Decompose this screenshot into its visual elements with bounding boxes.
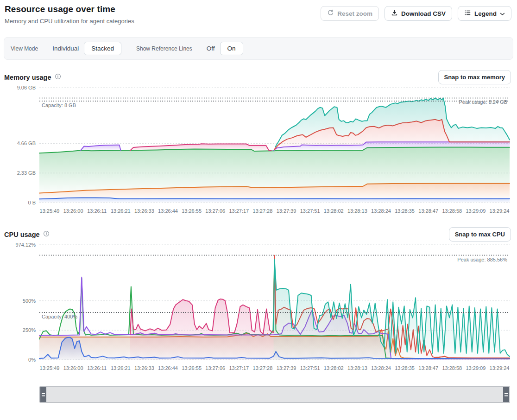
chevron-down-icon — [500, 10, 505, 17]
svg-text:13:26:00: 13:26:00 — [63, 365, 83, 371]
svg-text:13:25:49: 13:25:49 — [40, 208, 60, 214]
memory-section-title: Memory usage — [4, 74, 51, 81]
svg-text:0 B: 0 B — [28, 200, 36, 205]
page-header: Resource usage over time Memory and CPU … — [0, 0, 517, 25]
svg-text:13:27:39: 13:27:39 — [277, 208, 296, 214]
page-title: Resource usage over time — [5, 4, 134, 14]
brush-handle-left[interactable] — [40, 387, 46, 402]
svg-text:13:26:11: 13:26:11 — [87, 365, 107, 371]
svg-text:13:25:49: 13:25:49 — [40, 365, 60, 371]
svg-text:13:28:02: 13:28:02 — [324, 365, 344, 371]
svg-text:Peak usage: 8.24 GB: Peak usage: 8.24 GB — [459, 99, 507, 105]
svg-text:974.12%: 974.12% — [16, 242, 36, 248]
legend-button[interactable]: Legend — [458, 6, 511, 21]
svg-text:13:26:33: 13:26:33 — [134, 208, 154, 214]
svg-text:Peak usage: 885.56%: Peak usage: 885.56% — [457, 257, 507, 262]
svg-text:13:26:00: 13:26:00 — [63, 208, 83, 214]
cpu-chart[interactable]: 974.12%500%250%0%Capacity: 400%Peak usag… — [0, 242, 517, 372]
reference-lines-label: Show Reference Lines — [136, 45, 192, 52]
page-subtitle: Memory and CPU utilization for agent cat… — [5, 18, 134, 25]
info-icon[interactable] — [43, 230, 50, 239]
memory-chart[interactable]: 9.06 GB4.66 GB2.33 GB0 BCapacity: 8 GBPe… — [0, 84, 517, 215]
svg-text:13:29:24: 13:29:24 — [490, 208, 510, 214]
cpu-section-title: CPU usage — [4, 231, 40, 238]
brush-grip — [504, 395, 508, 396]
svg-text:13:28:13: 13:28:13 — [347, 208, 367, 214]
svg-text:13:26:55: 13:26:55 — [182, 365, 202, 371]
svg-text:13:27:51: 13:27:51 — [300, 365, 320, 371]
snap-to-max-cpu-button[interactable]: Snap to max CPU — [449, 227, 511, 242]
legend-list-icon — [464, 9, 471, 18]
svg-text:13:28:13: 13:28:13 — [347, 365, 367, 371]
svg-text:13:27:06: 13:27:06 — [205, 365, 225, 371]
view-mode-individual-option[interactable]: Individual — [47, 42, 84, 55]
view-mode-label: View Mode — [11, 45, 38, 52]
view-mode-stacked-option[interactable]: Stacked — [84, 42, 121, 55]
svg-text:13:27:06: 13:27:06 — [205, 208, 225, 214]
brush-handle-right[interactable] — [503, 387, 509, 402]
time-range-brush[interactable] — [39, 386, 510, 403]
svg-text:13:29:09: 13:29:09 — [466, 208, 485, 214]
svg-text:13:27:28: 13:27:28 — [253, 365, 273, 371]
memory-section-header: Memory usage Snap to max memory — [0, 70, 517, 84]
refresh-icon — [327, 9, 334, 18]
svg-text:13:28:35: 13:28:35 — [395, 208, 415, 214]
header-actions: Reset zoom Download CSV — [321, 6, 511, 21]
svg-text:13:28:24: 13:28:24 — [371, 365, 391, 371]
info-icon[interactable] — [55, 73, 61, 82]
svg-text:13:28:58: 13:28:58 — [442, 365, 462, 371]
svg-text:Capacity: 8 GB: Capacity: 8 GB — [42, 102, 76, 108]
svg-text:13:28:35: 13:28:35 — [395, 365, 415, 371]
svg-text:4.66 GB: 4.66 GB — [17, 140, 36, 146]
svg-text:13:26:11: 13:26:11 — [87, 208, 107, 214]
svg-text:250%: 250% — [23, 327, 36, 333]
svg-text:13:27:39: 13:27:39 — [277, 365, 296, 371]
svg-text:13:26:21: 13:26:21 — [111, 365, 131, 371]
brush-grip — [504, 393, 508, 394]
svg-text:13:28:24: 13:28:24 — [371, 208, 391, 214]
dashboard-page: Resource usage over time Memory and CPU … — [0, 0, 517, 420]
reset-zoom-button[interactable]: Reset zoom — [321, 6, 379, 21]
brush-grip — [42, 393, 45, 394]
svg-text:13:29:24: 13:29:24 — [490, 365, 510, 371]
svg-text:13:27:17: 13:27:17 — [229, 365, 249, 371]
svg-text:2.33 GB: 2.33 GB — [17, 170, 36, 176]
svg-text:500%: 500% — [23, 298, 36, 304]
svg-text:13:26:44: 13:26:44 — [158, 208, 178, 214]
download-csv-button[interactable]: Download CSV — [385, 6, 452, 21]
svg-text:13:26:21: 13:26:21 — [111, 208, 131, 214]
snap-to-max-memory-button[interactable]: Snap to max memory — [438, 70, 511, 84]
svg-text:13:28:58: 13:28:58 — [442, 208, 462, 214]
svg-text:0%: 0% — [28, 357, 36, 363]
reference-lines-on-option[interactable]: On — [220, 42, 243, 55]
download-icon — [391, 9, 398, 18]
header-titles: Resource usage over time Memory and CPU … — [5, 4, 134, 25]
svg-text:13:28:47: 13:28:47 — [418, 208, 438, 214]
svg-text:13:28:02: 13:28:02 — [324, 208, 344, 214]
svg-text:13:26:44: 13:26:44 — [158, 365, 178, 371]
cpu-section-header: CPU usage Snap to max CPU — [0, 227, 517, 242]
svg-text:13:26:33: 13:26:33 — [134, 365, 154, 371]
reference-lines-off-option[interactable]: Off — [202, 42, 220, 55]
svg-text:13:27:51: 13:27:51 — [300, 208, 320, 214]
svg-text:Capacity: 400%: Capacity: 400% — [42, 314, 77, 319]
svg-text:9.06 GB: 9.06 GB — [17, 85, 36, 90]
svg-text:13:27:17: 13:27:17 — [229, 208, 249, 214]
view-options-toolbar: View Mode Individual Stacked Show Refere… — [4, 37, 513, 60]
svg-text:13:28:47: 13:28:47 — [418, 365, 438, 371]
svg-text:13:27:28: 13:27:28 — [253, 208, 273, 214]
brush-grip — [42, 395, 45, 396]
svg-text:13:29:09: 13:29:09 — [466, 365, 485, 371]
svg-text:13:26:55: 13:26:55 — [182, 208, 202, 214]
